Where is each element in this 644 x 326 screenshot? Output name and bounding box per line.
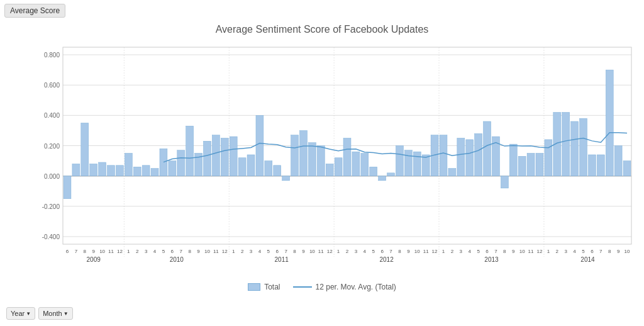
svg-rect-74	[580, 118, 587, 176]
svg-text:4: 4	[258, 249, 262, 254]
month-button[interactable]: Month ▼	[38, 307, 73, 320]
year-button[interactable]: Year ▼	[6, 307, 35, 320]
month-label: Month	[43, 310, 62, 317]
svg-rect-37	[256, 115, 264, 176]
svg-text:10: 10	[414, 249, 420, 254]
svg-rect-41	[291, 135, 299, 176]
svg-text:3: 3	[355, 249, 358, 254]
svg-text:3: 3	[145, 249, 148, 254]
svg-rect-31	[204, 141, 211, 176]
svg-text:2013: 2013	[484, 256, 499, 263]
legend-line-icon	[293, 286, 312, 288]
svg-text:0.600: 0.600	[44, 82, 60, 89]
svg-text:4: 4	[468, 249, 471, 254]
svg-text:3: 3	[564, 249, 567, 254]
main-chart-svg: 0.8000.6000.4000.2000.000-0.200-0.400678…	[28, 41, 638, 269]
chart-title: Average Sentiment Score of Facebook Upda…	[0, 0, 644, 35]
svg-text:12: 12	[327, 249, 333, 254]
svg-text:8: 8	[503, 249, 506, 254]
svg-text:6: 6	[591, 249, 594, 254]
svg-rect-42	[300, 130, 308, 176]
svg-rect-45	[326, 164, 333, 176]
svg-text:4: 4	[573, 249, 576, 254]
svg-rect-17	[81, 123, 89, 176]
svg-rect-58	[440, 135, 447, 176]
svg-rect-24	[142, 166, 150, 176]
svg-rect-39	[274, 166, 281, 176]
svg-text:6: 6	[66, 249, 69, 254]
svg-rect-52	[387, 173, 395, 176]
svg-rect-46	[335, 158, 342, 176]
svg-rect-15	[64, 176, 71, 199]
svg-text:12: 12	[432, 249, 438, 254]
svg-text:2: 2	[136, 249, 139, 254]
svg-rect-48	[352, 152, 360, 176]
svg-rect-69	[536, 154, 543, 176]
svg-text:2009: 2009	[87, 256, 101, 263]
svg-text:2: 2	[241, 249, 244, 254]
svg-text:5: 5	[372, 249, 375, 254]
svg-text:6: 6	[486, 249, 489, 254]
legend-bar-icon	[248, 283, 260, 291]
average-score-button[interactable]: Average Score	[4, 4, 65, 18]
svg-text:5: 5	[582, 249, 585, 254]
svg-text:2012: 2012	[379, 256, 394, 263]
svg-text:1: 1	[547, 249, 550, 254]
svg-text:0.200: 0.200	[44, 143, 60, 150]
svg-rect-35	[238, 158, 246, 176]
svg-rect-47	[343, 138, 351, 176]
svg-text:8: 8	[84, 249, 87, 254]
svg-rect-43	[308, 143, 316, 176]
svg-rect-34	[230, 137, 237, 176]
legend-total: Total	[248, 283, 280, 291]
svg-rect-22	[125, 154, 132, 176]
svg-text:9: 9	[617, 249, 620, 254]
svg-text:12: 12	[117, 249, 123, 254]
svg-text:5: 5	[477, 249, 480, 254]
svg-text:9: 9	[407, 249, 410, 254]
svg-text:7: 7	[180, 249, 183, 254]
svg-text:9: 9	[512, 249, 515, 254]
svg-text:1: 1	[127, 249, 130, 254]
svg-text:0.400: 0.400	[44, 112, 60, 119]
svg-text:10: 10	[519, 249, 525, 254]
svg-rect-56	[422, 155, 430, 176]
year-label: Year	[11, 310, 25, 317]
svg-text:2: 2	[556, 249, 559, 254]
svg-text:7: 7	[75, 249, 78, 254]
svg-text:8: 8	[608, 249, 611, 254]
svg-rect-18	[90, 164, 97, 176]
svg-rect-55	[413, 152, 421, 176]
svg-text:3: 3	[460, 249, 463, 254]
svg-text:11: 11	[318, 249, 324, 254]
svg-rect-25	[151, 169, 158, 176]
svg-rect-76	[597, 155, 604, 176]
svg-text:1: 1	[232, 249, 235, 254]
svg-rect-63	[484, 121, 491, 176]
month-dropdown-arrow: ▼	[64, 311, 69, 317]
svg-text:3: 3	[250, 249, 253, 254]
svg-text:7: 7	[494, 249, 497, 254]
svg-text:11: 11	[528, 249, 534, 254]
svg-text:4: 4	[153, 249, 157, 254]
svg-rect-21	[116, 166, 123, 176]
svg-text:10: 10	[204, 249, 210, 254]
svg-rect-20	[108, 166, 115, 176]
svg-rect-75	[588, 155, 596, 176]
svg-rect-29	[186, 126, 194, 176]
svg-text:10: 10	[309, 249, 315, 254]
svg-text:-0.400: -0.400	[42, 233, 60, 240]
legend-area: Total 12 per. Mov. Avg. (Total)	[0, 283, 644, 291]
chart-area: 0.8000.6000.4000.2000.000-0.200-0.400678…	[28, 41, 638, 269]
svg-rect-59	[448, 169, 456, 176]
svg-rect-68	[527, 154, 535, 176]
svg-text:7: 7	[599, 249, 602, 254]
svg-text:4: 4	[364, 249, 367, 254]
svg-rect-72	[562, 113, 570, 176]
svg-text:7: 7	[389, 249, 392, 254]
year-dropdown-arrow: ▼	[26, 311, 31, 317]
svg-text:6: 6	[276, 249, 279, 254]
svg-rect-23	[133, 167, 141, 176]
svg-rect-78	[614, 146, 622, 176]
svg-text:11: 11	[213, 249, 219, 254]
